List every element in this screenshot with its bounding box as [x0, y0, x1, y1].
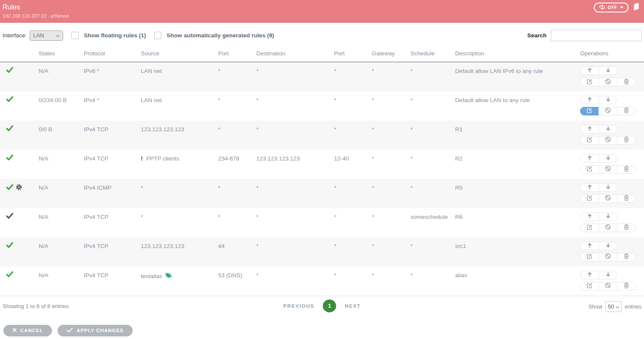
- source-cell: LAN net: [141, 91, 218, 121]
- edit-rule-button[interactable]: [580, 282, 599, 291]
- action-button-group: [580, 136, 644, 145]
- delete-rule-button[interactable]: [617, 282, 636, 291]
- block-rule-button[interactable]: [598, 282, 617, 291]
- move-up-button[interactable]: [580, 96, 599, 104]
- docs-button[interactable]: [632, 2, 641, 12]
- edit-icon: [586, 107, 592, 115]
- move-down-button[interactable]: [598, 271, 617, 279]
- auto-rules-checkbox[interactable]: [154, 32, 161, 39]
- move-up-button[interactable]: [580, 242, 599, 250]
- block-rule-button[interactable]: [598, 194, 617, 203]
- description-cell: Default allow LAN to any rule: [455, 91, 580, 121]
- rule-row: N/AIPv4 ICMP******R5: [0, 179, 644, 208]
- rules-table-header: StatesProtocolSourcePortDestinationPortG…: [0, 47, 644, 62]
- move-up-button[interactable]: [580, 154, 599, 163]
- source-cell: *: [141, 208, 218, 237]
- move-up-button[interactable]: [580, 125, 599, 133]
- move-up-button[interactable]: [580, 212, 599, 221]
- rule-row: 0/234.00 BIPv4 *LAN net*****Default allo…: [0, 91, 644, 121]
- page-1-button[interactable]: 1: [323, 300, 336, 312]
- delete-rule-button[interactable]: [617, 194, 636, 203]
- column-header-protocol-2: Protocol: [84, 47, 141, 62]
- edit-rule-button[interactable]: [580, 224, 599, 232]
- delete-rule-button[interactable]: [617, 224, 636, 232]
- block-rule-button[interactable]: [598, 78, 617, 86]
- edit-icon: [586, 253, 592, 260]
- trash-icon: [624, 224, 629, 231]
- next-page-button[interactable]: NEXT: [345, 303, 361, 309]
- move-up-button[interactable]: [580, 271, 599, 279]
- move-down-button[interactable]: [598, 125, 617, 133]
- tags-icon[interactable]: [165, 272, 173, 280]
- move-down-button[interactable]: [598, 67, 617, 75]
- auto-refresh-toggle[interactable]: OFF: [594, 3, 629, 12]
- apply-changes-button-label: APPLY CHANGES: [76, 328, 123, 333]
- block-rule-button[interactable]: [598, 165, 617, 174]
- edit-rule-button[interactable]: [580, 107, 599, 115]
- source-cell: !PPTP clients: [141, 150, 218, 179]
- edit-rule-button[interactable]: [580, 253, 599, 261]
- schedule-cell: *: [410, 266, 455, 296]
- move-button-group: [580, 96, 644, 104]
- edit-rule-button[interactable]: [580, 165, 599, 174]
- description-cell: R2: [455, 150, 580, 179]
- delete-rule-button[interactable]: [617, 253, 636, 261]
- source-cell: 123.123.123.123: [141, 237, 218, 266]
- cancel-button[interactable]: CANCEL: [3, 325, 52, 336]
- floating-rules-label: Show floating rules (1): [84, 32, 146, 39]
- protocol-cell: IPv4 TCP: [84, 237, 141, 266]
- move-down-button[interactable]: [598, 242, 617, 250]
- move-down-button[interactable]: [598, 96, 617, 104]
- protocol-cell: IPv4 *: [84, 91, 141, 121]
- delete-rule-button[interactable]: [617, 107, 636, 115]
- delete-rule-button[interactable]: [617, 78, 636, 86]
- floating-rules-checkbox[interactable]: [71, 32, 79, 39]
- move-down-button[interactable]: [598, 183, 617, 192]
- states-cell: N/A: [39, 150, 84, 179]
- move-up-icon: [587, 126, 592, 133]
- move-up-button[interactable]: [580, 67, 599, 75]
- trash-icon: [624, 253, 629, 260]
- operations-cell: [580, 237, 644, 266]
- source-port-cell: 44: [218, 237, 256, 266]
- schedule-cell: *: [410, 179, 455, 208]
- source-port-cell: *: [218, 121, 256, 150]
- pagination: PREVIOUS 1 NEXT: [283, 300, 361, 312]
- search-input[interactable]: [551, 30, 642, 41]
- gateway-cell: *: [372, 91, 410, 121]
- block-rule-button[interactable]: [598, 253, 617, 261]
- interface-select[interactable]: LAN: [30, 30, 63, 41]
- column-header-states-1: States: [39, 47, 84, 62]
- protocol-cell: IPv4 ICMP: [84, 179, 141, 208]
- delete-rule-button[interactable]: [617, 165, 636, 174]
- edit-rule-button[interactable]: [580, 194, 599, 203]
- move-button-group: [580, 154, 644, 163]
- destination-cell: *: [256, 179, 334, 208]
- apply-changes-button[interactable]: APPLY CHANGES: [58, 325, 132, 336]
- previous-page-button[interactable]: PREVIOUS: [283, 303, 314, 309]
- gear-icon: [15, 184, 22, 192]
- block-rule-button[interactable]: [598, 224, 617, 232]
- move-up-button[interactable]: [580, 183, 599, 192]
- move-down-button[interactable]: [598, 212, 617, 221]
- destination-cell: *: [256, 91, 334, 121]
- edit-rule-button[interactable]: [580, 78, 599, 86]
- source-port-cell: *: [218, 208, 256, 237]
- block-rule-button[interactable]: [598, 107, 617, 115]
- action-button-group: [580, 224, 644, 232]
- trash-icon: [624, 136, 629, 144]
- block-rule-button[interactable]: [598, 136, 617, 145]
- rule-enabled-check-icon: [6, 184, 13, 191]
- move-down-button[interactable]: [598, 154, 617, 163]
- delete-rule-button[interactable]: [617, 136, 636, 145]
- states-cell: N/A: [39, 237, 84, 266]
- edit-icon: [586, 195, 592, 202]
- rule-row: N/AIPv6 *LAN net*****Default allow LAN I…: [0, 62, 644, 91]
- rules-table: StatesProtocolSourcePortDestinationPortG…: [0, 47, 644, 296]
- move-up-icon: [587, 155, 592, 162]
- edit-rule-button[interactable]: [580, 136, 599, 145]
- page-size-select[interactable]: 50: [605, 301, 622, 312]
- column-header-schedule-8: Schedule: [410, 47, 455, 62]
- rule-enabled-check-icon: [6, 96, 13, 103]
- chevron-down-icon: [616, 303, 620, 310]
